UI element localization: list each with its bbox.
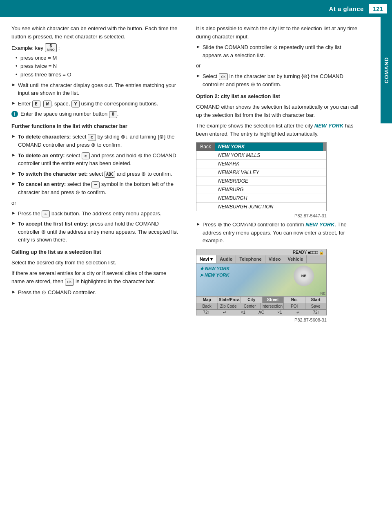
key-w: W xyxy=(43,101,51,107)
city-name-4: NEWARK VALLEY xyxy=(215,168,326,177)
or-line-1: or xyxy=(11,199,180,207)
nav-icon-x1[interactable]: ×1 xyxy=(235,310,252,315)
nav-row-bottom: Map State/Prov. City Street No. Start xyxy=(196,296,326,303)
nav-cell-intersection[interactable]: Intersection xyxy=(261,303,284,309)
key-zero: 0 xyxy=(109,111,117,118)
nav-cell-save[interactable]: Save xyxy=(305,303,326,309)
further-item-3: ► To switch the character set: select AB… xyxy=(11,170,180,178)
city-list-row: NEW YORK MILLS xyxy=(196,151,326,160)
nav-cell-poi[interactable]: POI xyxy=(284,303,305,309)
slide-text: Slide the COMAND controller ⊙ repeatedly… xyxy=(203,43,361,59)
nav-icon-x1-2[interactable]: ×1 xyxy=(271,310,288,315)
bullet-item: press twice = N xyxy=(16,62,180,70)
nav-icon-72-right: 72↑ xyxy=(308,310,325,315)
arrow-text-2: Enter E, W, space, Y using the correspon… xyxy=(18,100,158,108)
key-back2: ← xyxy=(42,210,50,217)
or-line-2: or xyxy=(196,62,361,70)
press-confirm-text: Press ⊚ the COMAND controller to confirm… xyxy=(203,221,361,245)
nav-cell-street[interactable]: Street xyxy=(263,297,284,303)
press-confirm-item: ► Press ⊚ the COMAND controller to confi… xyxy=(196,221,361,245)
header-title: At a glance xyxy=(329,5,364,12)
city-name-7: NEWBURGH xyxy=(215,194,326,202)
nav-cell-map[interactable]: Map xyxy=(196,297,218,303)
key-y: Y xyxy=(71,101,80,107)
nav-cell-back[interactable]: Back xyxy=(196,303,218,309)
arrow-right-icon: ► xyxy=(11,101,16,105)
main-content: You see which character can be entered w… xyxy=(0,17,392,325)
key-ok: ok xyxy=(65,279,74,286)
nav-cell-center[interactable]: Center xyxy=(239,303,261,309)
key-back: ← xyxy=(91,181,100,188)
key-ok2: ok xyxy=(219,73,228,80)
city-list: Back NEW YORK NEW YORK MILLS NEWARK NEWA… xyxy=(196,142,327,211)
arrow-right-icon: ► xyxy=(196,44,200,49)
nav-tab-video[interactable]: Video xyxy=(265,255,285,263)
header-bar: At a glance 121 xyxy=(0,0,392,17)
nav-cell-zip[interactable]: Zip Code xyxy=(218,303,239,309)
info-icon: i xyxy=(11,111,18,117)
city-list-row: NEWBURGH JUNCTION xyxy=(196,203,326,211)
right-column: It is also possible to switch the city l… xyxy=(188,25,376,325)
further-text-1: To delete characters: select c by slidin… xyxy=(18,133,180,149)
key-e: E xyxy=(32,101,40,107)
nav-tab-vehicle[interactable]: Vehicle xyxy=(284,255,307,263)
city-name-3: NEWARK xyxy=(215,160,326,168)
right-intro-text: It is also possible to switch the city l… xyxy=(196,25,361,41)
arrow-item-2: ► Enter E, W, space, Y using the corresp… xyxy=(11,100,180,108)
nav-tab-telephone[interactable]: Telephone xyxy=(236,255,265,263)
accept-first-text: To accept the first list entry: press an… xyxy=(18,220,180,244)
press-back-item: ► Press the ← back button. The address e… xyxy=(11,210,180,218)
bullet-list: press once = M press twice = N press thr… xyxy=(11,54,180,78)
comand-text: COMAND either shows the selection list a… xyxy=(196,103,361,119)
arrow-right-icon: ► xyxy=(11,134,16,139)
nav-row-bottom2: Back Zip Code Center Intersection POI Sa… xyxy=(196,303,326,309)
slide-item: ► Slide the COMAND controller ⊙ repeated… xyxy=(196,43,361,59)
nav-cell-start[interactable]: Start xyxy=(305,297,327,303)
nav-overlay-line2: ➤ NEW YORK xyxy=(200,273,229,278)
arrow-right-icon: ► xyxy=(196,73,200,78)
calling-text: Select the desired city from the selecti… xyxy=(11,259,180,267)
nav-icon-enter2[interactable]: ↵ xyxy=(290,310,306,315)
city-name-8: NEWBURGH JUNCTION xyxy=(215,203,326,211)
scrollbar-thumb xyxy=(323,143,326,151)
nav-cell-no[interactable]: No. xyxy=(284,297,305,303)
new-york-text: NEW YORK xyxy=(314,123,343,129)
scrollbar[interactable] xyxy=(323,143,326,151)
nav-tab-navi[interactable]: Navi ▾ xyxy=(196,255,216,263)
left-column: You see which character can be entered w… xyxy=(0,25,188,325)
if-several-text: If there are several entries for a city … xyxy=(11,269,180,286)
nav-status-bar: READY ■□□□ 🔒 xyxy=(196,249,326,255)
nav-icon-ac[interactable]: AC xyxy=(253,310,270,315)
further-item-1: ► To delete characters: select c by slid… xyxy=(11,133,180,149)
nav-tabs[interactable]: Navi ▾ Audio Telephone Video Vehicle xyxy=(196,255,326,264)
arrow-item-1: ► Wait until the character display goes … xyxy=(11,81,180,97)
city-name-5: NEWBRIDGE xyxy=(215,177,326,185)
city-list-back[interactable]: Back xyxy=(196,143,215,151)
further-item-2: ► To delete an entry: select c and press… xyxy=(11,152,180,168)
figure-caption-2: P82.87-5608-31 xyxy=(196,317,327,322)
further-text-3: To switch the character set: select ABC … xyxy=(18,170,172,178)
city-name-2: NEW YORK MILLS xyxy=(215,151,326,159)
press-back-text: Press the ← back button. The address ent… xyxy=(18,210,161,218)
nav-cell-city[interactable]: City xyxy=(241,297,263,303)
example-label: Example: key xyxy=(11,45,43,51)
bullet-item: press once = M xyxy=(16,54,180,62)
intro-text: You see which character can be entered w… xyxy=(11,25,180,41)
nav-cell-state[interactable]: State/Prov. xyxy=(218,297,241,303)
city-list-row: NEWBRIDGE xyxy=(196,177,326,186)
nav-icon-72-left: 72↑ xyxy=(198,310,215,315)
nav-screen: READY ■□□□ 🔒 Navi ▾ Audio Telephone Vide… xyxy=(196,249,327,315)
arrow-right-icon: ► xyxy=(11,210,16,215)
nav-icon-enter[interactable]: ↵ xyxy=(216,310,233,315)
city-list-row: NEWBURG xyxy=(196,186,326,194)
side-tab: COMAND xyxy=(381,17,392,123)
key-c2: c xyxy=(82,152,90,159)
example-line: Example: key 6 MNO : xyxy=(11,43,180,52)
nav-tab-audio[interactable]: Audio xyxy=(216,255,236,263)
example-text: The example shows the selection list aft… xyxy=(196,122,361,138)
info-text: Enter the space using number button 0. xyxy=(20,110,118,118)
key-c: c xyxy=(88,134,96,141)
press-comand-text: Press the ⊙ COMAND controller. xyxy=(18,288,96,297)
option-heading: Option 2: city list as selection list xyxy=(196,92,361,101)
status-text: READY ■□□□ 🔒 xyxy=(293,250,324,255)
